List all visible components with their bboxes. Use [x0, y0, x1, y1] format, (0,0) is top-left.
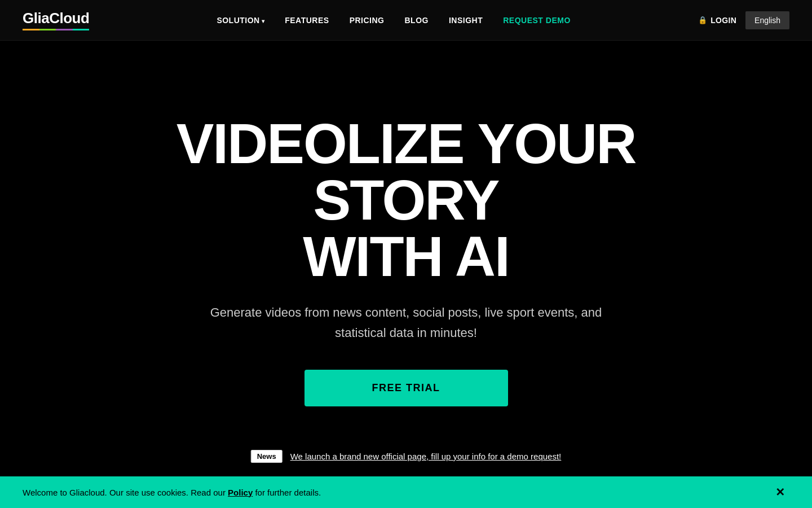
login-button[interactable]: 🔒 LOGIN: [698, 16, 736, 25]
nav-link-pricing[interactable]: PRICING: [350, 16, 385, 25]
nav-item-request-demo[interactable]: REQUEST DEMO: [503, 15, 571, 25]
cookie-policy-link[interactable]: Policy: [228, 488, 253, 497]
hero-section: VIDEOLIZE YOUR STORY WITH AI Generate vi…: [0, 0, 812, 508]
logo-underline-1: [23, 29, 39, 30]
cookie-message: Welcome to Gliacloud. Our site use cooki…: [23, 488, 321, 497]
nav-link-blog[interactable]: BLOG: [405, 16, 429, 25]
hero-subtitle: Generate videos from news content, socia…: [186, 303, 626, 342]
nav-link-request-demo[interactable]: REQUEST DEMO: [503, 16, 571, 25]
logo[interactable]: GliaCloud: [23, 10, 89, 30]
chevron-down-icon: ▾: [262, 18, 265, 24]
login-label: LOGIN: [710, 16, 736, 25]
nav-item-pricing[interactable]: PRICING: [350, 15, 385, 25]
hero-title-line1: VIDEOLIZE YOUR STORY: [176, 112, 636, 231]
language-button[interactable]: English: [745, 11, 789, 29]
nav-link-solution[interactable]: SOLUTION▾: [217, 16, 264, 25]
cookie-banner: Welcome to Gliacloud. Our site use cooki…: [0, 476, 812, 508]
nav-link-insight[interactable]: INSIGHT: [449, 16, 483, 25]
nav-item-features[interactable]: FEATURES: [285, 15, 329, 25]
logo-glia: GliaCloud: [23, 10, 89, 27]
nav-item-blog[interactable]: BLOG: [405, 15, 429, 25]
news-link[interactable]: We launch a brand new official page, fil…: [290, 452, 562, 461]
hero-title: VIDEOLIZE YOUR STORY WITH AI: [96, 115, 716, 284]
hero-title-line2: WITH AI: [303, 225, 509, 288]
logo-underline-3: [56, 29, 73, 30]
cookie-close-button[interactable]: ✕: [771, 485, 789, 499]
nav-right: 🔒 LOGIN English: [698, 11, 789, 29]
nav-item-insight[interactable]: INSIGHT: [449, 15, 483, 25]
logo-underline-2: [39, 29, 56, 30]
news-badge: News: [251, 450, 283, 463]
logo-underline-4: [73, 29, 90, 30]
nav-link-features[interactable]: FEATURES: [285, 16, 329, 25]
news-banner: News We launch a brand new official page…: [251, 450, 562, 463]
nav-links: SOLUTION▾ FEATURES PRICING BLOG INSIGHT …: [217, 15, 570, 25]
free-trial-button[interactable]: FREE TRIAL: [304, 370, 508, 406]
navbar: GliaCloud SOLUTION▾ FEATURES PRICING BLO…: [0, 0, 812, 41]
nav-item-solution[interactable]: SOLUTION▾: [217, 15, 264, 25]
lock-icon: 🔒: [698, 16, 707, 24]
